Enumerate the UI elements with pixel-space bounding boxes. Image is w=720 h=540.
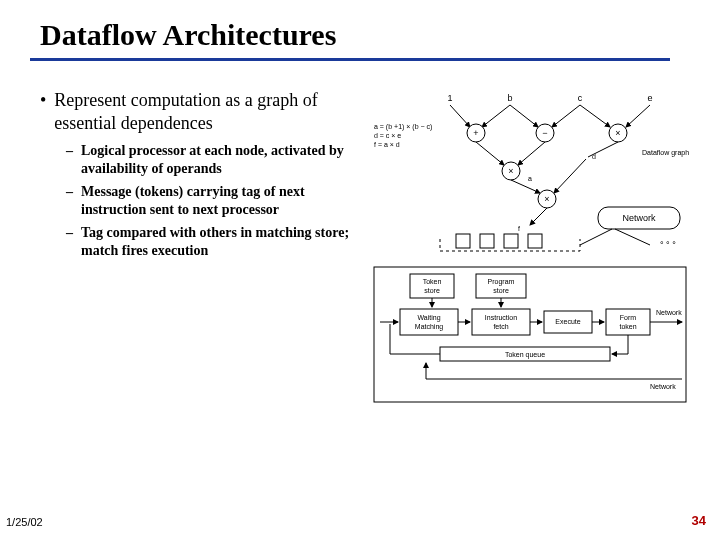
sub-bullet: – Tag compared with others in matching s…: [66, 224, 360, 259]
footer-page-number: 34: [692, 513, 706, 528]
slide: Dataflow Architectures • Represent compu…: [0, 0, 720, 540]
edge: [554, 159, 586, 193]
edge: [626, 105, 650, 127]
bullet-main-text: Represent computation as a graph of esse…: [54, 89, 360, 134]
proc-box: [480, 234, 494, 248]
net-in-label: Network: [650, 383, 676, 390]
edge: [518, 142, 545, 165]
slide-title: Dataflow Architectures: [40, 18, 690, 52]
edge: [510, 105, 538, 127]
mid-label: d: [592, 153, 596, 160]
edge: [580, 229, 612, 245]
eq-text: d = c × e: [374, 132, 401, 139]
edge: [482, 105, 510, 127]
sub-bullet-text: Logical processor at each node, activate…: [81, 142, 360, 177]
bullet-dot-icon: •: [40, 89, 46, 134]
mid-label: a: [528, 175, 532, 182]
waiting-label2: Matching: [415, 323, 444, 331]
proc-box: [456, 234, 470, 248]
program-store-label2: store: [493, 287, 509, 294]
sub-bullet: – Message (tokens) carrying tag of next …: [66, 183, 360, 218]
op-label: +: [473, 128, 478, 138]
edge: [530, 208, 547, 225]
input-label: e: [647, 93, 652, 103]
form-token-label: Form: [620, 314, 637, 321]
dataflow-diagram: a = (b +1) × (b − c) d = c × e f = a × d…: [370, 89, 690, 439]
token-store-label: Token: [423, 278, 442, 285]
graph-label: Dataflow graph: [642, 149, 689, 157]
input-label: 1: [447, 93, 452, 103]
ifetch-label: Instruction: [485, 314, 517, 321]
bullet-main: • Represent computation as a graph of es…: [40, 89, 360, 134]
title-rule: [30, 58, 670, 61]
sub-bullet: – Logical processor at each node, activa…: [66, 142, 360, 177]
op-label: ×: [615, 128, 620, 138]
waiting-box: [400, 309, 458, 335]
ifetch-box: [472, 309, 530, 335]
text-column: • Represent computation as a graph of es…: [40, 89, 360, 443]
eq-text: f = a × d: [374, 141, 400, 148]
edge: [552, 105, 580, 127]
edge: [476, 142, 504, 165]
ifetch-label2: fetch: [493, 323, 508, 330]
content-row: • Represent computation as a graph of es…: [40, 89, 690, 443]
footer-date: 1/25/02: [6, 516, 43, 528]
mid-label: f: [518, 225, 520, 232]
eq-text: a = (b +1) × (b − c): [374, 123, 432, 131]
dash-icon: –: [66, 183, 73, 218]
edge: [450, 105, 470, 127]
op-label: ×: [544, 194, 549, 204]
input-label: c: [578, 93, 583, 103]
form-token-box: [606, 309, 650, 335]
form-token-label2: token: [619, 323, 636, 330]
edge: [615, 229, 650, 245]
proc-box: [504, 234, 518, 248]
dash-icon: –: [66, 142, 73, 177]
program-store-label: Program: [488, 278, 515, 286]
net-out-label: Network: [656, 309, 682, 316]
token-store-label2: store: [424, 287, 440, 294]
waiting-label: Waiting: [417, 314, 440, 322]
dash-icon: –: [66, 224, 73, 259]
edge: [580, 105, 610, 127]
sub-bullet-text: Message (tokens) carrying tag of next in…: [81, 183, 360, 218]
op-label: ×: [508, 166, 513, 176]
network-label: Network: [622, 213, 656, 223]
diagram-column: a = (b +1) × (b − c) d = c × e f = a × d…: [370, 89, 690, 443]
sub-bullet-text: Tag compared with others in matching sto…: [81, 224, 360, 259]
sub-bullet-list: – Logical processor at each node, activa…: [66, 142, 360, 259]
op-label: −: [542, 128, 547, 138]
execute-label: Execute: [555, 318, 580, 325]
dots-label: ° ° °: [660, 240, 676, 250]
edge: [511, 180, 540, 193]
token-queue-label: Token queue: [505, 351, 545, 359]
input-label: b: [507, 93, 512, 103]
proc-box: [528, 234, 542, 248]
